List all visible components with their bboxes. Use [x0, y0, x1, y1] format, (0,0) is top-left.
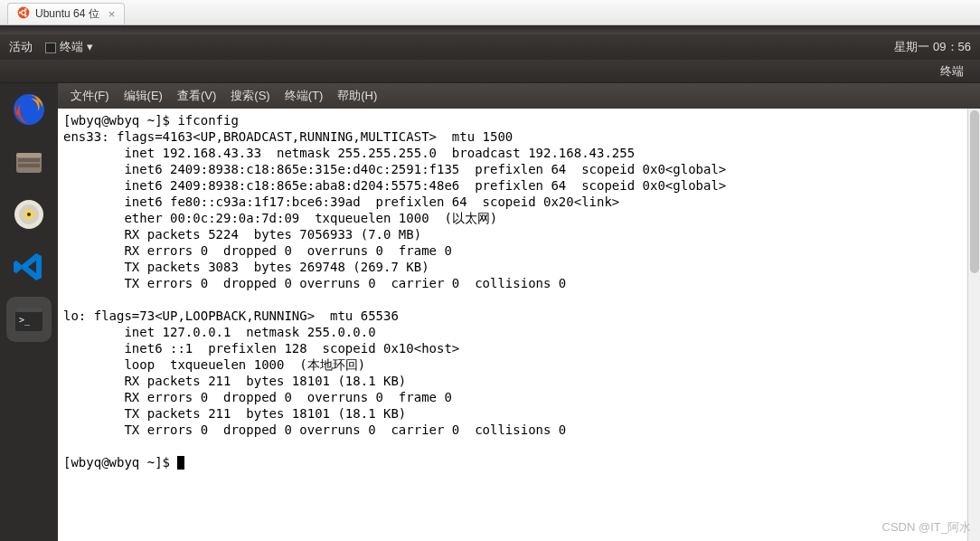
cursor: [177, 456, 184, 470]
vm-tab[interactable]: Ubuntu 64 位 ×: [7, 3, 125, 24]
terminal-menu-bar: 文件(F) 编辑(E) 查看(V) 搜索(S) 终端(T) 帮助(H): [58, 83, 980, 109]
desktop: >_ 文件(F) 编辑(E) 查看(V) 搜索(S) 终端(T) 帮助(H) […: [0, 83, 980, 541]
menu-view[interactable]: 查看(V): [172, 86, 221, 106]
menu-search[interactable]: 搜索(S): [225, 86, 275, 106]
dock-files[interactable]: [6, 139, 52, 185]
svg-point-2: [19, 12, 21, 14]
svg-point-13: [27, 213, 31, 216]
topbar-app-menu[interactable]: 终端 ▾: [45, 39, 93, 55]
menu-edit[interactable]: 编辑(E): [118, 86, 168, 106]
scrollbar[interactable]: [967, 109, 980, 541]
window-title: 终端: [940, 63, 964, 80]
dock-terminal[interactable]: >_: [6, 297, 52, 342]
shadow: [0, 25, 980, 34]
ubuntu-icon: [17, 6, 30, 22]
svg-rect-15: [15, 308, 42, 312]
menu-terminal[interactable]: 终端(T): [279, 86, 329, 106]
svg-point-3: [24, 8, 26, 10]
command: ifconfig: [177, 113, 238, 128]
menu-file[interactable]: 文件(F): [65, 86, 115, 106]
close-icon[interactable]: ×: [108, 7, 116, 21]
activities-button[interactable]: 活动: [9, 39, 33, 55]
dock-vscode[interactable]: [6, 244, 52, 289]
dock: >_: [0, 83, 58, 541]
dock-firefox[interactable]: [6, 87, 52, 132]
terminal-body[interactable]: [wbyq@wbyq ~]$ ifconfig ens33: flags=416…: [58, 109, 980, 541]
prompt: [wbyq@wbyq ~]$: [63, 455, 177, 470]
terminal-window: 文件(F) 编辑(E) 查看(V) 搜索(S) 终端(T) 帮助(H) [wby…: [58, 83, 980, 541]
prompt: [wbyq@wbyq ~]$: [63, 113, 177, 128]
terminal-small-icon: [45, 43, 56, 53]
menu-help[interactable]: 帮助(H): [332, 86, 382, 106]
vm-tab-label: Ubuntu 64 位: [35, 6, 99, 22]
window-title-bar: 终端: [0, 60, 980, 83]
terminal-output: ens33: flags=4163<UP,BROADCAST,RUNNING,M…: [63, 129, 726, 437]
watermark: CSDN @IT_阿水: [882, 519, 971, 536]
vm-tab-bar: Ubuntu 64 位 ×: [0, 0, 980, 25]
svg-rect-9: [16, 153, 42, 157]
gnome-topbar: 活动 终端 ▾ 星期一 09：56: [0, 34, 980, 60]
scrollbar-thumb[interactable]: [970, 110, 979, 273]
dock-rhythmbox[interactable]: [6, 192, 52, 237]
topbar-datetime[interactable]: 星期一 09：56: [894, 39, 971, 55]
svg-text:>_: >_: [19, 315, 31, 326]
svg-rect-8: [18, 164, 40, 167]
svg-rect-7: [18, 158, 40, 162]
svg-point-4: [24, 14, 26, 16]
